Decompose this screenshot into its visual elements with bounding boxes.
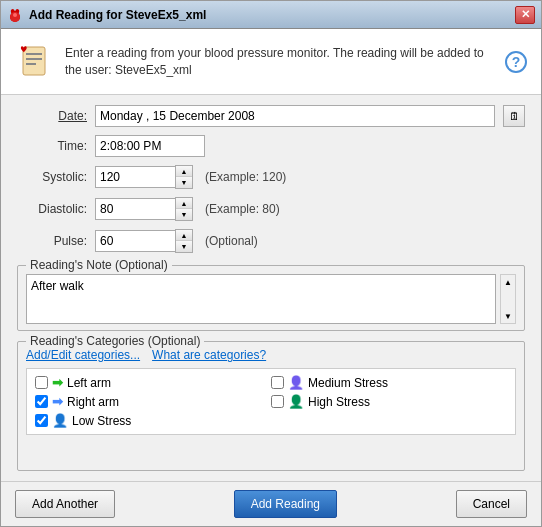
right-arm-label: Right arm [67,395,119,409]
title-bar-title: Add Reading for SteveEx5_xml [29,8,515,22]
list-item: 👤 Low Stress [35,413,271,428]
low-stress-checkbox[interactable] [35,414,48,427]
close-button[interactable]: ✕ [515,6,535,24]
banner: Enter a reading from your blood pressure… [1,29,541,95]
date-dropdown-button[interactable]: 🗓 [503,105,525,127]
list-item: 👤 Medium Stress [271,375,507,390]
systolic-row: Systolic: ▲ ▼ (Example: 120) [17,165,525,189]
help-button[interactable]: ? [505,51,527,73]
date-field[interactable]: Monday , 15 December 2008 [95,105,495,127]
what-are-categories-link[interactable]: What are categories? [152,348,266,362]
banner-icon [15,39,53,84]
cancel-button[interactable]: Cancel [456,490,527,518]
diastolic-row: Diastolic: ▲ ▼ (Example: 80) [17,197,525,221]
systolic-spinner: ▲ ▼ [95,165,193,189]
systolic-label: Systolic: [17,170,87,184]
svg-rect-9 [26,63,36,65]
list-item: ➡ Left arm [35,375,271,390]
left-arm-checkbox[interactable] [35,376,48,389]
date-label: Date: [17,109,87,123]
diastolic-down-button[interactable]: ▼ [176,209,192,220]
pulse-up-button[interactable]: ▲ [176,230,192,241]
calendar-icon: 🗓 [509,110,520,122]
title-bar: Add Reading for SteveEx5_xml ✕ [1,1,541,29]
time-input[interactable] [95,135,205,157]
date-row: Date: Monday , 15 December 2008 🗓 [17,105,525,127]
svg-rect-7 [26,53,42,55]
medium-stress-checkbox[interactable] [271,376,284,389]
categories-section: Reading's Categories (Optional) Add/Edit… [17,341,525,471]
pulse-input[interactable] [95,230,175,252]
pulse-hint: (Optional) [205,234,258,248]
systolic-up-button[interactable]: ▲ [176,166,192,177]
blue-arrow-icon: ➡ [52,394,63,409]
notes-textarea[interactable] [26,274,496,324]
left-arm-label: Left arm [67,376,111,390]
categories-col-right: 👤 Medium Stress 👤 High Stress [271,375,507,428]
high-stress-checkbox[interactable] [271,395,284,408]
systolic-hint: (Example: 120) [205,170,286,184]
right-arm-checkbox[interactable] [35,395,48,408]
categories-section-label: Reading's Categories (Optional) [26,334,204,348]
pulse-label: Pulse: [17,234,87,248]
diastolic-input[interactable] [95,198,175,220]
green-arrow-icon: ➡ [52,375,63,390]
scroll-down-button[interactable]: ▼ [501,309,515,323]
notes-section-label: Reading's Note (Optional) [26,258,172,272]
medium-stress-label: Medium Stress [308,376,388,390]
notes-scrollbar[interactable]: ▲ ▼ [500,274,516,324]
list-item: 👤 High Stress [271,394,507,409]
diastolic-spinner: ▲ ▼ [95,197,193,221]
add-another-button[interactable]: Add Another [15,490,115,518]
add-edit-categories-link[interactable]: Add/Edit categories... [26,348,140,362]
person-med-icon: 👤 [288,375,304,390]
diastolic-hint: (Example: 80) [205,202,280,216]
scroll-up-button[interactable]: ▲ [501,275,515,289]
pulse-row: Pulse: ▲ ▼ (Optional) [17,229,525,253]
low-stress-label: Low Stress [72,414,131,428]
title-bar-icon [7,7,23,23]
svg-rect-8 [26,58,42,60]
footer: Add Another Add Reading Cancel [1,481,541,526]
time-row: Time: [17,135,525,157]
date-value: Monday , 15 December 2008 [100,109,490,123]
categories-col-left: ➡ Left arm ➡ Right arm 👤 Low Stress [35,375,271,428]
time-label: Time: [17,139,87,153]
diastolic-up-button[interactable]: ▲ [176,198,192,209]
notes-section: Reading's Note (Optional) ▲ ▼ [17,265,525,331]
diastolic-label: Diastolic: [17,202,87,216]
person-low-icon: 👤 [52,413,68,428]
categories-links: Add/Edit categories... What are categori… [26,348,516,362]
content-area: Date: Monday , 15 December 2008 🗓 Time: … [1,95,541,481]
systolic-down-button[interactable]: ▼ [176,177,192,188]
pulse-down-button[interactable]: ▼ [176,241,192,252]
banner-text: Enter a reading from your blood pressure… [65,45,493,79]
svg-rect-6 [23,47,45,75]
add-reading-button[interactable]: Add Reading [234,490,337,518]
person-high-icon: 👤 [288,394,304,409]
categories-grid: ➡ Left arm ➡ Right arm 👤 Low Stress [26,368,516,435]
high-stress-label: High Stress [308,395,370,409]
svg-point-5 [13,13,17,17]
systolic-input[interactable] [95,166,175,188]
pulse-spinner: ▲ ▼ [95,229,193,253]
list-item: ➡ Right arm [35,394,271,409]
dialog: Add Reading for SteveEx5_xml ✕ Enter a r… [0,0,542,527]
